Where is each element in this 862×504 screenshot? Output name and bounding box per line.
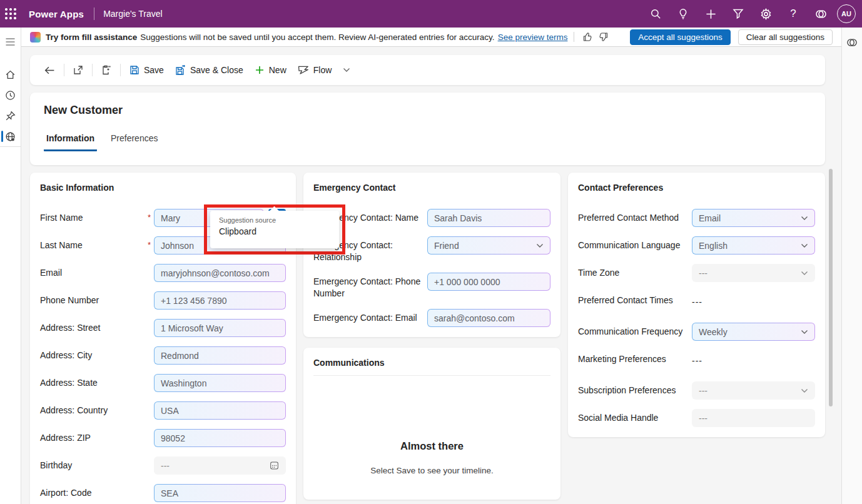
field-row: Address: City Redmond (40, 346, 286, 365)
new-label: New (269, 65, 286, 75)
header-divider (94, 8, 94, 20)
section-title: Communications (313, 358, 550, 376)
suggestion-source-highlight: Suggestion source Clipboard (204, 204, 345, 255)
vertical-scrollbar[interactable] (829, 169, 833, 406)
field-label: Subscription Preferences (578, 381, 686, 396)
copilot-icon[interactable] (809, 3, 832, 25)
form-fill-notification-bar: Try form fill assistance Suggestions wil… (21, 28, 841, 47)
tooltip-label: Suggestion source (219, 216, 330, 224)
save-button[interactable]: Save (124, 61, 170, 79)
thumbs-down-icon[interactable] (596, 29, 611, 44)
tab-preferences[interactable]: Preferences (108, 133, 160, 151)
field-row: Emergency Contact: Email sarah@contoso.c… (313, 309, 550, 327)
communication-frequency-dropdown[interactable]: Weekly (692, 323, 815, 341)
nav-home-icon[interactable] (0, 64, 21, 85)
open-record-button[interactable] (68, 61, 89, 79)
nav-pinned-icon[interactable] (0, 106, 21, 126)
emergency-name-input[interactable]: Sarah Davis (427, 209, 550, 227)
address-country-input[interactable]: USA (154, 401, 286, 420)
thumbs-up-icon[interactable] (581, 29, 596, 44)
field-label: Social Media Handle (578, 409, 686, 424)
field-label: Emergency Contact: Email (313, 309, 421, 324)
chevron-down-icon (801, 388, 808, 393)
form-content-area: Save Save & Close New Flow (21, 47, 841, 504)
suggestion-source-tooltip: Suggestion source Clipboard (210, 211, 339, 248)
field-row: Marketing Preferences --- (578, 350, 815, 366)
section-title: Basic Information (40, 183, 286, 193)
emergency-phone-input[interactable]: +1 000 000 0000 (427, 273, 550, 291)
save-and-close-label: Save & Close (190, 65, 243, 75)
nav-web-resource-icon[interactable] (0, 126, 21, 147)
address-state-input[interactable]: Washington (154, 374, 286, 392)
search-icon[interactable] (644, 3, 667, 25)
field-row: Airport: Code SEA (40, 484, 286, 502)
flow-button[interactable]: Flow (292, 61, 338, 79)
lightbulb-icon[interactable] (672, 3, 694, 25)
emergency-email-input[interactable]: sarah@contoso.com (427, 309, 550, 327)
address-street-input[interactable]: 1 Microsoft Way (154, 319, 286, 337)
add-icon[interactable] (699, 3, 722, 25)
chevron-down-icon (801, 330, 808, 335)
environment-name[interactable]: Margie's Travel (103, 9, 162, 19)
help-icon[interactable]: ? (782, 3, 804, 25)
field-row: Preferred Contact Method Email (578, 209, 815, 227)
nav-hamburger-icon[interactable] (0, 31, 21, 52)
command-divider (64, 64, 64, 76)
field-label: Preferred Contact Times (578, 291, 686, 306)
field-label: Email (40, 264, 148, 279)
preferred-contact-method-dropdown[interactable]: Email (692, 209, 815, 227)
field-label: Marketing Preferences (578, 350, 686, 365)
communication-language-dropdown[interactable]: English (692, 236, 815, 255)
communications-section: Communications Almost there Select Save … (303, 348, 560, 500)
field-row: Birthday --- (40, 456, 286, 475)
section-title: Contact Preferences (578, 183, 815, 193)
subscription-preferences-dropdown[interactable]: --- (692, 381, 815, 400)
email-input[interactable]: maryjohnson@contoso.com (154, 264, 286, 282)
flow-label: Flow (313, 65, 332, 75)
clear-all-suggestions-button[interactable]: Clear all suggestions (738, 29, 833, 45)
accept-all-suggestions-button[interactable]: Accept all suggestions (630, 29, 730, 45)
new-button[interactable]: New (249, 61, 292, 79)
filter-icon[interactable] (727, 3, 749, 25)
field-row: Communication Frequency Weekly (578, 323, 815, 341)
back-button[interactable] (39, 62, 61, 79)
social-media-handle-input[interactable]: --- (692, 409, 815, 427)
field-row: Communication Language English (578, 236, 815, 255)
timeline-empty-title: Almost there (313, 440, 550, 452)
preview-terms-link[interactable]: See preview terms (498, 33, 568, 42)
nav-recent-icon[interactable] (0, 85, 21, 106)
address-city-input[interactable]: Redmond (154, 346, 286, 365)
app-title[interactable]: Power Apps (29, 9, 84, 19)
phone-number-input[interactable]: +1 123 456 7890 (154, 291, 286, 310)
waffle-menu-icon[interactable] (0, 0, 21, 28)
address-zip-input[interactable]: 98052 (154, 429, 286, 447)
field-row: Emergency Contact: Name Sarah Davis (313, 209, 550, 227)
birthday-input[interactable]: --- (154, 456, 286, 475)
field-row: Phone Number +1 123 456 7890 (40, 291, 286, 310)
flow-chevron-down-icon[interactable] (337, 64, 356, 76)
timeline-empty-message: Select Save to see your timeline. (313, 466, 550, 475)
app-header: Power Apps Margie's Travel ? AU (0, 0, 862, 28)
settings-gear-icon[interactable] (754, 3, 777, 25)
field-row: Preferred Contact Times --- (578, 291, 815, 307)
save-label: Save (144, 65, 164, 75)
user-avatar[interactable]: AU (837, 4, 856, 23)
tab-information[interactable]: Information (44, 133, 97, 151)
field-row: Social Media Handle --- (578, 409, 815, 427)
calendar-icon[interactable] (270, 461, 279, 470)
record-title: New Customer (44, 104, 811, 117)
copilot-panel-icon[interactable] (844, 35, 859, 50)
chevron-down-icon (801, 216, 808, 221)
field-label: Last Name (40, 236, 148, 251)
emergency-relationship-dropdown[interactable]: Friend (427, 236, 550, 255)
airport-code-input[interactable]: SEA (154, 484, 286, 502)
record-header: New Customer Information Preferences (30, 93, 825, 165)
time-zone-dropdown[interactable]: --- (692, 264, 815, 282)
section-title: Emergency Contact (313, 183, 550, 193)
save-and-close-button[interactable]: Save & Close (170, 61, 249, 79)
field-label: Emergency Contact: Phone Number (313, 273, 421, 300)
left-navigation (0, 28, 21, 504)
field-label: Address: City (40, 346, 148, 361)
form-assist-button[interactable] (96, 61, 117, 79)
required-marker: * (148, 213, 151, 222)
